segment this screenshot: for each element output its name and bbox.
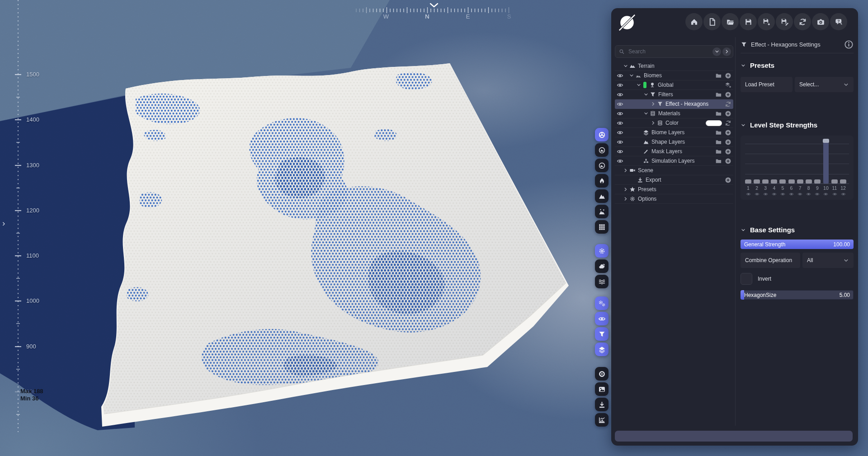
level-step-handle[interactable]: [823, 139, 829, 143]
tree-row-export[interactable]: Export: [615, 175, 733, 185]
level-step-visibility-toggle[interactable]: [797, 192, 803, 197]
level-step-handle[interactable]: [779, 179, 786, 183]
image-tool-button[interactable]: [595, 382, 609, 396]
info-button[interactable]: [844, 40, 854, 49]
presets-section-header[interactable]: Presets: [741, 61, 774, 69]
left-panel-expander[interactable]: ›: [2, 218, 5, 228]
home-button[interactable]: [685, 13, 703, 30]
visibility-toggle[interactable]: [617, 158, 625, 165]
level-step-visibility-toggle[interactable]: [779, 192, 786, 197]
expand-toggle[interactable]: [623, 168, 628, 173]
visibility-toggle[interactable]: [617, 72, 625, 79]
folder-button[interactable]: [715, 91, 722, 98]
file-button[interactable]: [703, 13, 721, 30]
expand-toggle[interactable]: [643, 111, 649, 116]
tree-row-mask-layers[interactable]: Mask Layers: [615, 147, 733, 156]
flame-tool-button[interactable]: [595, 174, 609, 188]
plus-button[interactable]: [725, 148, 731, 155]
cloud-tool-button[interactable]: [595, 259, 609, 273]
expand-button[interactable]: [722, 47, 731, 56]
level-step-visibility-toggle[interactable]: [762, 192, 769, 197]
gear-tool-button[interactable]: [595, 244, 609, 258]
plus-button[interactable]: [725, 129, 731, 136]
preset-select-dropdown[interactable]: Select...: [795, 77, 854, 92]
plus-button[interactable]: [725, 158, 731, 165]
visibility-toggle[interactable]: [617, 91, 625, 98]
search-input[interactable]: [627, 48, 711, 55]
level-step-visibility-toggle[interactable]: [788, 192, 795, 197]
plus-button[interactable]: [725, 177, 731, 183]
tree-row-scene[interactable]: Scene: [615, 166, 733, 175]
gears-tool-button[interactable]: [595, 296, 609, 310]
combine-operation-dropdown[interactable]: All: [802, 253, 854, 268]
base-settings-section-header[interactable]: Base Settings: [741, 226, 795, 234]
layers-tool-button[interactable]: [595, 343, 609, 356]
visibility-toggle[interactable]: [617, 101, 625, 108]
level-step-visibility-toggle[interactable]: [831, 192, 838, 197]
save-button[interactable]: [740, 13, 757, 30]
level-step-visibility-toggle[interactable]: [814, 192, 821, 197]
level-step-visibility-toggle[interactable]: [754, 192, 760, 197]
circle-hill-tool-button[interactable]: [595, 159, 609, 172]
layers-plus-button[interactable]: [725, 82, 731, 89]
expand-toggle[interactable]: [623, 187, 628, 192]
tree-row-options[interactable]: Options: [615, 194, 733, 204]
level-step-handle[interactable]: [814, 179, 821, 183]
level-step-handle[interactable]: [806, 179, 812, 183]
expand-toggle[interactable]: [629, 73, 634, 78]
plus-button[interactable]: [725, 72, 731, 79]
tree-row-biomes[interactable]: Biomes: [615, 71, 733, 80]
general-strength-slider[interactable]: General Strength 100.00: [741, 240, 854, 249]
visibility-toggle[interactable]: [617, 82, 625, 89]
folder-button[interactable]: [715, 139, 722, 146]
grid-tool-button[interactable]: [595, 220, 609, 234]
camera-button[interactable]: [812, 13, 829, 30]
folder-button[interactable]: [715, 110, 722, 117]
level-step-handle[interactable]: [745, 179, 751, 183]
tree-row-effect-hexagons[interactable]: Effect - Hexagons: [615, 99, 733, 109]
tree-row-materials[interactable]: Materials: [615, 109, 733, 118]
help-button[interactable]: ?: [830, 13, 847, 30]
plus-button[interactable]: [725, 91, 731, 98]
visibility-toggle[interactable]: [617, 139, 625, 146]
level-step-handle[interactable]: [762, 179, 769, 183]
level-step-handle[interactable]: [754, 179, 760, 183]
folder-open-button[interactable]: [722, 13, 739, 30]
eye-tool-button[interactable]: [595, 312, 609, 325]
expand-toggle[interactable]: [623, 63, 628, 69]
visibility-toggle[interactable]: [617, 129, 625, 136]
level-step-handle[interactable]: [831, 179, 838, 183]
expand-toggle[interactable]: [636, 82, 642, 88]
folder-button[interactable]: [715, 158, 722, 165]
search-box[interactable]: [615, 45, 733, 58]
level-step-section-header[interactable]: Level Step Strengths: [741, 121, 817, 129]
tree-row-presets[interactable]: Presets: [615, 185, 733, 194]
save-edit-button[interactable]: [776, 13, 793, 30]
level-step-handle[interactable]: [840, 179, 846, 183]
level-step-strengths-chart[interactable]: 123456789101112: [741, 136, 854, 200]
refresh-button[interactable]: [725, 101, 731, 108]
expand-toggle[interactable]: [651, 120, 656, 126]
wheel-tool-button[interactable]: [595, 128, 609, 141]
level-step-handle[interactable]: [788, 179, 795, 183]
invert-checkbox[interactable]: [741, 273, 752, 285]
mountain-tool-button[interactable]: [595, 189, 609, 203]
level-step-bar[interactable]: [823, 142, 829, 183]
visibility-toggle[interactable]: [617, 120, 625, 127]
level-step-visibility-toggle[interactable]: [771, 192, 777, 197]
level-step-visibility-toggle[interactable]: [806, 192, 812, 197]
sync-button[interactable]: [794, 13, 811, 30]
tree-row-global[interactable]: Global: [615, 80, 733, 90]
tree-row-filters[interactable]: Filters: [615, 90, 733, 99]
record-tool-button[interactable]: [595, 367, 609, 381]
tree-row-terrain[interactable]: Terrain: [615, 61, 733, 71]
folder-button[interactable]: [715, 129, 722, 136]
expand-toggle[interactable]: [643, 92, 649, 97]
plus-button[interactable]: [725, 110, 731, 117]
visibility-toggle[interactable]: [617, 110, 625, 117]
color-swatch[interactable]: [706, 120, 722, 126]
level-step-handle[interactable]: [797, 179, 803, 183]
level-step-visibility-toggle[interactable]: [745, 192, 751, 197]
tree-row-biome-layers[interactable]: Biome Layers: [615, 128, 733, 137]
collapse-all-button[interactable]: [712, 47, 721, 56]
